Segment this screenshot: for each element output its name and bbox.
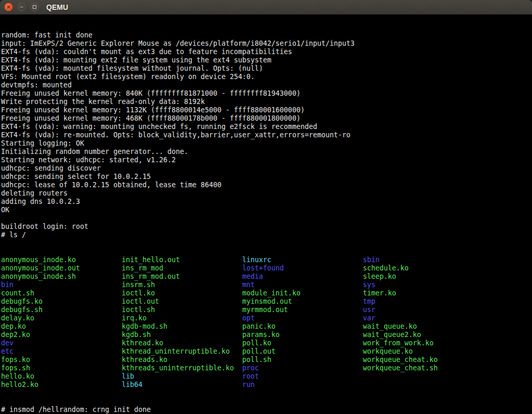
terminal-line: devtmpfs: mounted — [1, 81, 532, 89]
terminal-line: # insmod /hellrandom: crng init done — [1, 406, 532, 414]
terminal-line: input: ImExPS/2 Generic Explorer Mouse a… — [1, 40, 532, 48]
ls-row: dep.kokgdb-mod.shpanic.kowait_queue.ko — [1, 322, 532, 331]
ls-entry: poll.sh — [242, 356, 363, 364]
window-title: QEMU — [46, 3, 68, 11]
ls-entry: lost+found — [242, 264, 363, 273]
ls-entry: count.sh — [1, 289, 122, 297]
terminal-line: # ls / — [1, 231, 532, 239]
terminal-line: Starting network: udhcpc: started, v1.26… — [1, 156, 532, 164]
ls-entry: opt — [242, 314, 363, 322]
ls-entry: hello2.ko — [1, 381, 122, 389]
terminal-line: Freeing unused kernel memory: 840K (ffff… — [1, 89, 532, 98]
ls-entry: tmp — [363, 297, 483, 306]
ls-entry: dep.ko — [1, 322, 122, 331]
terminal-line: OK — [1, 206, 532, 214]
ls-entry: fops.ko — [1, 356, 122, 364]
ls-entry: bin — [1, 281, 122, 289]
ls-entry: linuxrc — [242, 256, 363, 264]
ls-entry: poll.out — [242, 347, 363, 356]
ls-entry: kgdb-mod.sh — [122, 322, 242, 331]
ls-entry: usr — [363, 306, 483, 314]
terminal-line: adding dns 10.0.2.3 — [1, 198, 532, 206]
ls-entry: kthreads.ko — [122, 356, 242, 364]
terminal-line: Write protecting the kernel read-only da… — [1, 98, 532, 106]
close-button[interactable]: ✕ — [4, 3, 13, 11]
terminal-line: random: fast init done — [1, 31, 532, 40]
ls-entry: anonymous_inode.sh — [1, 273, 122, 281]
ls-entry: myrmmod.out — [242, 306, 363, 314]
ls-entry: kthread.ko — [122, 339, 242, 347]
terminal-line: buildroot login: root — [1, 223, 532, 231]
ls-row: fops.shkthreads_uninterruptible.koprocwo… — [1, 364, 532, 372]
ls-entry: kthread_uninterruptible.ko — [122, 347, 242, 356]
ls-entry: var — [363, 314, 483, 322]
ls-entry: wait_queue.ko — [363, 322, 483, 331]
terminal-line — [1, 214, 532, 223]
terminal-screen[interactable]: random: fast init doneinput: ImExPS/2 Ge… — [0, 15, 532, 414]
terminal-line: EXT4-fs (vda): mounted filesystem withou… — [1, 64, 532, 73]
ls-entry: kgdb.sh — [122, 331, 242, 339]
terminal-line: deleting routers — [1, 189, 532, 198]
ls-entry: ioctl.out — [122, 297, 242, 306]
ls-entry: workqueue_cheat.ko — [363, 356, 483, 364]
maximize-button[interactable] — [30, 3, 39, 11]
ls-entry: dev — [1, 339, 122, 347]
ls-entry: ins_rm_mod — [122, 264, 242, 273]
close-icon: ✕ — [6, 5, 10, 10]
ls-entry: debugfs.sh — [1, 306, 122, 314]
ls-entry: panic.ko — [242, 322, 363, 331]
titlebar: ✕ – QEMU — [0, 0, 532, 15]
ls-entry: params.ko — [242, 331, 363, 339]
ls-entry: sleep.ko — [363, 273, 483, 281]
terminal-line: EXT4-fs (vda): mounting ext2 file system… — [1, 56, 532, 64]
shell-tail: # insmod /hellrandom: crng init done# in… — [1, 406, 532, 414]
ls-entry: workqueue.ko — [363, 347, 483, 356]
ls-entry: sbin — [363, 256, 483, 264]
ls-entry: mnt — [242, 281, 363, 289]
ls-row: dep2.kokgdb.shparams.kowait_queue2.ko — [1, 331, 532, 339]
terminal-line: Freeing unused kernel memory: 468K (ffff… — [1, 114, 532, 123]
terminal-line: Initializing random number generator... … — [1, 148, 532, 156]
window-controls: ✕ – — [4, 3, 39, 11]
ls-entry: ins_rm_mod.out — [122, 273, 242, 281]
ls-row: etckthread_uninterruptible.kopoll.outwor… — [1, 347, 532, 356]
ls-entry: debugfs.ko — [1, 297, 122, 306]
terminal-line: EXT4-fs (vda): couldn't mount as ext3 du… — [1, 48, 532, 56]
ls-row: hello2.kolib64run — [1, 381, 532, 389]
minimize-button[interactable]: – — [17, 3, 26, 11]
terminal-line: VFS: Mounted root (ext2 filesystem) read… — [1, 73, 532, 81]
terminal-line: udhcpc: sending discover — [1, 164, 532, 173]
maximize-icon — [33, 5, 36, 9]
ls-row: debugfs.shioctl.shmyrmmod.outusr — [1, 306, 532, 314]
ls-row: fops.kokthreads.kopoll.shworkqueue_cheat… — [1, 356, 532, 364]
ls-entry: ioctl.ko — [122, 289, 242, 297]
ls-entry: lib — [122, 372, 242, 381]
ls-entry: ioctl.sh — [122, 306, 242, 314]
ls-entry: sys — [363, 281, 483, 289]
ls-entry: schedule.ko — [363, 264, 483, 273]
ls-entry: run — [242, 381, 363, 389]
terminal-line: udhcpc: lease of 10.0.2.15 obtained, lea… — [1, 181, 532, 189]
ls-entry: module_init.ko — [242, 289, 363, 297]
ls-entry: hello.ko — [1, 372, 122, 381]
ls-entry: wait_queue2.ko — [363, 331, 483, 339]
ls-row: devkthread.kopoll.kowork_from_work.ko — [1, 339, 532, 347]
qemu-window: ✕ – QEMU random: fast init doneinput: Im… — [0, 0, 532, 414]
ls-row: anonymous_inode.outins_rm_modlost+founds… — [1, 264, 532, 273]
ls-row: count.shioctl.komodule_init.kotimer.ko — [1, 289, 532, 297]
ls-entry: fops.sh — [1, 364, 122, 372]
ls-entry: anonymous_inode.ko — [1, 256, 122, 264]
ls-row: anonymous_inode.shins_rm_mod.outmediasle… — [1, 273, 532, 281]
ls-entry: work_from_work.ko — [363, 339, 483, 347]
ls-entry: lib64 — [122, 381, 242, 389]
ls-output: anonymous_inode.koinit_hello.outlinuxrcs… — [1, 256, 532, 389]
ls-entry: media — [242, 273, 363, 281]
ls-entry: timer.ko — [363, 289, 483, 297]
ls-row: delay.koirq.kooptvar — [1, 314, 532, 322]
ls-entry: poll.ko — [242, 339, 363, 347]
ls-entry: insrm.sh — [122, 281, 242, 289]
terminal-line: udhcpc: sending select for 10.0.2.15 — [1, 173, 532, 181]
terminal-line: EXT4-fs (vda): re-mounted. Opts: block_v… — [1, 131, 532, 139]
boot-log: random: fast init doneinput: ImExPS/2 Ge… — [1, 31, 532, 239]
ls-row: bininsrm.shmntsys — [1, 281, 532, 289]
